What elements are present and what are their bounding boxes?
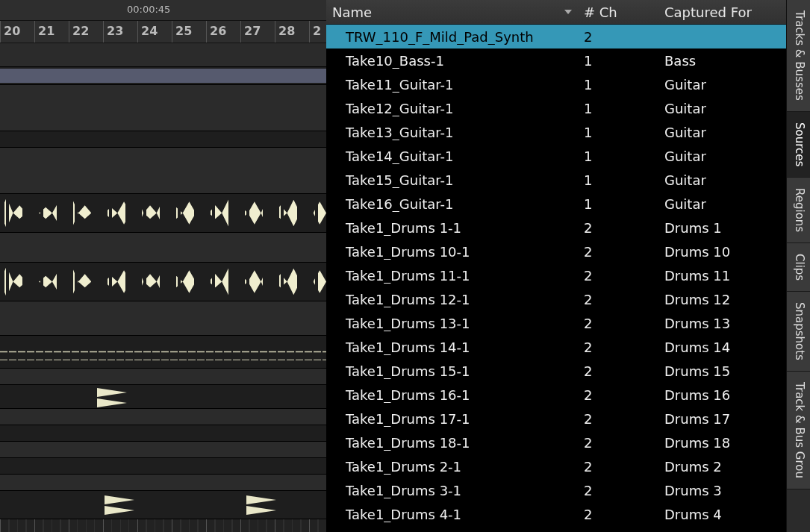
source-name-cell: Take15_Guitar-1: [326, 172, 578, 188]
column-header-channels[interactable]: # Ch: [578, 4, 658, 20]
source-row[interactable]: Take1_Drums 11-12Drums 11: [326, 263, 786, 287]
source-row[interactable]: Take1_Drums 15-12Drums 15: [326, 359, 786, 383]
source-captured-for-cell: Guitar: [658, 148, 786, 164]
tracks-area[interactable]: [0, 43, 326, 532]
source-name-cell: Take1_Drums 12-1: [326, 292, 578, 307]
column-header-captured-for[interactable]: Captured For: [658, 4, 786, 20]
source-captured-for-cell: Drums 14: [658, 339, 786, 355]
source-row[interactable]: Take1_Drums 10-12Drums 10: [326, 240, 786, 263]
source-row[interactable]: Take1_Drums 18-12Drums 18: [326, 431, 786, 454]
track-lane[interactable]: [0, 458, 326, 475]
source-name-cell: Take1_Drums 14-1: [326, 339, 578, 355]
track-lane[interactable]: [0, 263, 326, 301]
ruler-bars-beats[interactable]: 2021222324252627282: [0, 21, 326, 43]
source-channels-cell: 2: [578, 220, 658, 236]
source-name-cell: Take1_Drums 3-1: [326, 483, 578, 498]
source-row[interactable]: Take1_Drums 3-12Drums 3: [326, 478, 786, 502]
column-header-name[interactable]: Name: [326, 4, 578, 20]
track-lane[interactable]: [0, 67, 326, 85]
column-header-label: # Ch: [584, 4, 617, 20]
source-channels-cell: 1: [578, 172, 658, 188]
source-row[interactable]: Take1_Drums 2-12Drums 2: [326, 454, 786, 478]
source-name-cell: Take1_Drums 4-1: [326, 507, 578, 522]
source-name-cell: Take1_Drums 2-1: [326, 459, 578, 475]
side-tab[interactable]: Clips: [787, 243, 810, 292]
source-name-cell: Take13_Guitar-1: [326, 125, 578, 140]
side-tab[interactable]: Track & Bus Grou: [787, 372, 810, 489]
source-row[interactable]: Take14_Guitar-11Guitar: [326, 144, 786, 168]
source-channels-cell: 2: [578, 507, 658, 522]
sources-header-row: Name # Ch Captured For: [326, 0, 786, 25]
ruler-bar-number: 27: [240, 21, 275, 43]
source-captured-for-cell: Drums 11: [658, 268, 786, 284]
ruler-bar-number: 25: [172, 21, 206, 43]
side-tab[interactable]: Sources: [787, 112, 810, 178]
side-tab[interactable]: Tracks & Busses: [787, 0, 810, 112]
source-channels-cell: 1: [578, 196, 658, 212]
track-lane[interactable]: [0, 233, 326, 263]
source-channels-cell: 2: [578, 244, 658, 260]
source-row[interactable]: Take1_Drums 12-12Drums 12: [326, 287, 786, 311]
source-row[interactable]: TRW_110_F_Mild_Pad_Synth2: [326, 25, 786, 48]
ruler-bar-number: 2: [309, 21, 326, 43]
source-name-cell: Take10_Bass-1: [326, 53, 578, 69]
source-name-cell: Take1_Drums 17-1: [326, 411, 578, 427]
source-channels-cell: 2: [578, 483, 658, 498]
side-tab[interactable]: Regions: [787, 178, 810, 243]
track-lane[interactable]: [0, 43, 326, 67]
source-name-cell: Take1_Drums 13-1: [326, 316, 578, 331]
source-name-cell: TRW_110_F_Mild_Pad_Synth: [326, 29, 578, 45]
track-lane[interactable]: [0, 442, 326, 458]
source-captured-for-cell: Guitar: [658, 101, 786, 116]
source-row[interactable]: Take1_Drums 1-12Drums 1: [326, 216, 786, 240]
ruler-timecode[interactable]: 00:00:45: [0, 0, 326, 21]
side-tab[interactable]: Snapshots: [787, 292, 810, 372]
audio-region[interactable]: [0, 69, 326, 83]
source-row[interactable]: Take1_Drums 17-12Drums 17: [326, 407, 786, 431]
source-name-cell: Take1_Drums 16-1: [326, 387, 578, 403]
source-row[interactable]: Take1_Drums 4-12Drums 4: [326, 502, 786, 526]
source-row[interactable]: Take1_Drums 16-12Drums 16: [326, 383, 786, 407]
ruler-bar-number: 23: [103, 21, 137, 43]
timeline-pane[interactable]: 00:00:45 2021222324252627282: [0, 0, 326, 532]
source-captured-for-cell: Guitar: [658, 77, 786, 93]
track-lane[interactable]: [0, 385, 326, 409]
track-lane[interactable]: [0, 301, 326, 336]
source-name-cell: Take16_Guitar-1: [326, 196, 578, 212]
track-lane[interactable]: [0, 425, 326, 442]
source-name-cell: Take1_Drums 10-1: [326, 244, 578, 260]
source-name-cell: Take1_Drums 18-1: [326, 435, 578, 451]
source-channels-cell: 2: [578, 435, 658, 451]
ruler-timecode-label: 00:00:45: [127, 4, 170, 15]
source-row[interactable]: Take11_Guitar-11Guitar: [326, 72, 786, 96]
source-channels-cell: 1: [578, 77, 658, 93]
source-channels-cell: 2: [578, 29, 658, 45]
track-lane[interactable]: [0, 409, 326, 425]
source-captured-for-cell: Drums 4: [658, 507, 786, 522]
source-channels-cell: 1: [578, 148, 658, 164]
column-header-label: Captured For: [664, 4, 752, 20]
track-lane[interactable]: [0, 85, 326, 131]
track-lane[interactable]: [0, 148, 326, 194]
source-row[interactable]: Take1_Drums 14-12Drums 14: [326, 335, 786, 359]
source-name-cell: Take12_Guitar-1: [326, 101, 578, 116]
source-row[interactable]: Take15_Guitar-11Guitar: [326, 168, 786, 192]
sources-list[interactable]: TRW_110_F_Mild_Pad_Synth2Take10_Bass-11B…: [326, 25, 786, 532]
source-row[interactable]: Take13_Guitar-11Guitar: [326, 120, 786, 144]
source-row[interactable]: Take10_Bass-11Bass: [326, 48, 786, 72]
source-row[interactable]: Take16_Guitar-11Guitar: [326, 192, 786, 216]
source-row[interactable]: Take1_Drums 13-12Drums 13: [326, 311, 786, 335]
track-lane[interactable]: [0, 369, 326, 385]
source-captured-for-cell: Guitar: [658, 196, 786, 212]
source-channels-cell: 2: [578, 292, 658, 307]
track-lane[interactable]: [0, 131, 326, 148]
source-row[interactable]: Take12_Guitar-11Guitar: [326, 96, 786, 120]
track-lane[interactable]: [0, 475, 326, 491]
track-lane[interactable]: [0, 491, 326, 519]
source-channels-cell: 2: [578, 268, 658, 284]
track-lane[interactable]: [0, 336, 326, 369]
track-lane[interactable]: [0, 194, 326, 233]
source-name-cell: Take1_Drums 1-1: [326, 220, 578, 236]
source-captured-for-cell: Drums 12: [658, 292, 786, 307]
source-captured-for-cell: Guitar: [658, 172, 786, 188]
